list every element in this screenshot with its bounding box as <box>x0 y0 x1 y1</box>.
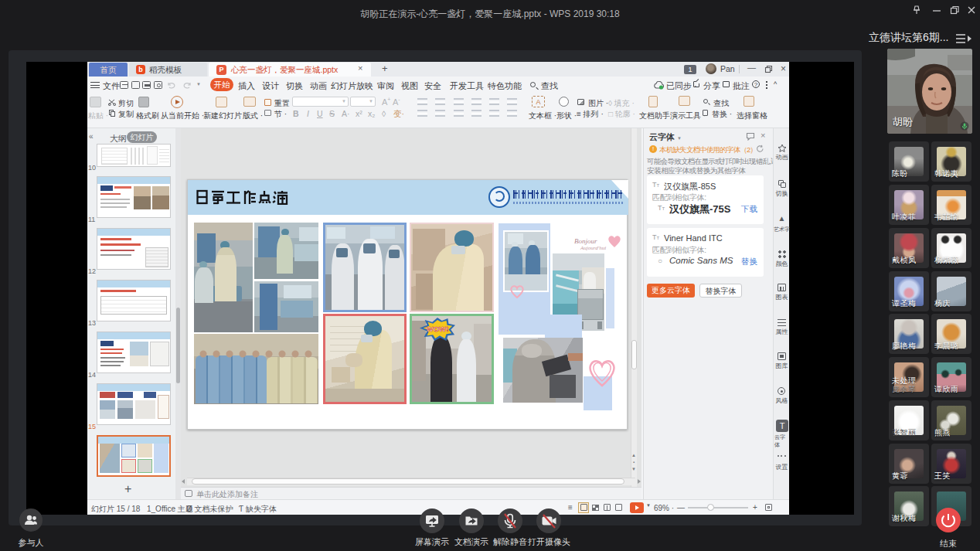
svg-text:WOW!: WOW! <box>427 325 449 333</box>
